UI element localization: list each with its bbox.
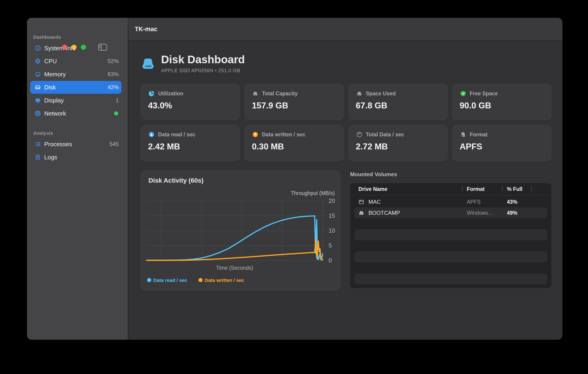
drive-fill-icon: [358, 209, 365, 216]
cpu-icon: [34, 58, 41, 65]
volume-row-mac[interactable]: MAC APFS 43%: [354, 196, 547, 208]
minimize-window-button[interactable]: [72, 45, 76, 50]
stat-card-value: 90.0 GB: [460, 101, 544, 110]
sidebar-item-label: Memory: [44, 71, 108, 78]
sidebar-item-label: Disk: [44, 84, 108, 91]
window-controls: [62, 45, 86, 50]
disk-activity-chart-svg: Disk Activity (60s)Throughput (MB/s)0510…: [141, 171, 340, 290]
sidebar-item-badge: 52%: [108, 58, 119, 64]
page-title: Disk Dashboard: [161, 54, 245, 65]
sidebar-item-label: Processes: [44, 141, 110, 148]
sidebar-item-network[interactable]: Network: [30, 107, 121, 120]
stat-card-label: Free Space: [470, 91, 498, 97]
sidebar-item-cpu[interactable]: CPU52%: [30, 55, 121, 68]
zoom-window-button[interactable]: [81, 45, 86, 50]
volume-row-empty: [354, 218, 547, 229]
volume-row-bootcamp[interactable]: BOOTCAMP Windows… 49%: [354, 208, 547, 218]
chart-y-axis-label: Throughput (MB/s): [291, 190, 335, 196]
sidebar-item-disk[interactable]: Disk42%: [30, 81, 121, 94]
volumes-table: Drive NameFormat% Full MAC APFS 43% BOOT…: [350, 183, 551, 288]
stat-card-label: Space Used: [366, 91, 396, 97]
info-circle-icon: [34, 45, 41, 52]
sidebar: Dashboards System Info: [27, 18, 128, 340]
sidebar-item-memory[interactable]: Memory63%: [30, 68, 121, 81]
sidebar-item-logs[interactable]: Logs: [30, 151, 121, 164]
volume-row-empty: [354, 240, 547, 251]
chart-y-tick: 20: [329, 197, 335, 204]
legend-dot: [199, 278, 203, 282]
sidebar-item-badge: 1: [116, 97, 119, 104]
volume-name: BOOTCAMP: [368, 210, 400, 216]
chart-title: Disk Activity (60s): [148, 177, 203, 184]
chart-x-axis-label: Time (Seconds): [216, 265, 253, 271]
app-window: Dashboards System Info: [27, 18, 562, 340]
drive-fill-icon: [252, 90, 259, 97]
content: Disk Dashboard APPLE SSD AP0256N • 251.0…: [128, 41, 562, 340]
volume-row-empty: [354, 273, 547, 284]
mac-window-icon: [358, 198, 365, 205]
globe-icon: [34, 110, 41, 117]
stat-card-label: Total Data / sec: [366, 132, 404, 138]
stat-cards: Utilization 43.0% Total Capacity 157.9 G…: [141, 84, 551, 161]
volume-percent-full: 43%: [507, 199, 517, 205]
volumes-column-header-drive-name[interactable]: Drive Name: [358, 186, 388, 192]
sidebar-item-label: Logs: [44, 154, 119, 161]
stat-card-space-used: Space Used 67.8 GB: [349, 84, 448, 120]
chart-series-data-written-sec: [147, 238, 323, 260]
pie-icon: [148, 90, 155, 97]
stat-card-free-space: Free Space 90.0 GB: [452, 84, 551, 120]
stat-card-data-read-sec: Data read / sec 2.42 MB: [141, 125, 240, 161]
stat-card-value: 43.0%: [148, 101, 233, 110]
chart-y-tick: 5: [329, 242, 332, 249]
arrow-up-circle-icon: [252, 131, 259, 138]
mounted-volumes-heading: Mounted Volumes: [350, 171, 551, 178]
stat-card-total-capacity: Total Capacity 157.9 GB: [245, 84, 344, 120]
volumes-column-header-full[interactable]: % Full: [507, 186, 523, 192]
legend-label: Data read / sec: [153, 278, 188, 283]
stat-card-label: Format: [470, 132, 488, 138]
gauge-icon: [356, 131, 363, 138]
disk-activity-chart: Disk Activity (60s)Throughput (MB/s)0510…: [141, 170, 340, 290]
sidebar-item-label: CPU: [44, 58, 108, 65]
volume-format: APFS: [467, 199, 481, 205]
arrow-down-circle-icon: [148, 131, 155, 138]
stat-card-label: Data read / sec: [158, 132, 195, 138]
close-window-button[interactable]: [62, 45, 67, 50]
disk-drive-icon: [141, 58, 155, 70]
list-bullet-icon: [34, 141, 41, 148]
sidebar-item-processes[interactable]: Processes545: [30, 138, 121, 151]
sidebar-item-badge: 63%: [108, 71, 119, 77]
sidebar-item-label: Display: [44, 97, 116, 104]
stat-card-label: Data written / sec: [262, 132, 305, 138]
stat-card-value: 67.8 GB: [356, 101, 441, 110]
mounted-volumes-section: Mounted Volumes Drive NameFormat% Full M…: [350, 170, 551, 290]
sidebar-section-analysis: Analysis Processes545 Logs: [27, 130, 128, 164]
stat-card-label: Utilization: [158, 91, 183, 97]
doc-text-icon: [34, 154, 41, 161]
volume-percent-full: 49%: [507, 210, 517, 216]
titlebar: TK-mac: [128, 18, 562, 41]
sidebar-item-badge: 545: [110, 141, 119, 147]
sidebar-item-badge: 42%: [108, 84, 119, 91]
volume-name: MAC: [368, 199, 381, 205]
stat-card-value: 2.42 MB: [148, 142, 233, 151]
chart-y-tick: 15: [329, 212, 335, 219]
display-icon: [34, 97, 41, 104]
chart-y-tick: 10: [329, 227, 335, 234]
sidebar-item-display[interactable]: Display1: [30, 94, 121, 107]
legend-label: Data written / sec: [205, 278, 244, 283]
disk-drive-icon: [141, 58, 155, 70]
stat-card-value: 0.30 MB: [252, 142, 336, 151]
main-area: TK-mac Disk Dashboard APPLE SSD AP0256N …: [128, 18, 562, 340]
stat-card-data-written-sec: Data written / sec 0.30 MB: [245, 125, 344, 161]
sidebar-section-label: Dashboards: [33, 34, 128, 40]
sidebar-section-label: Analysis: [33, 130, 128, 136]
volumes-table-header: Drive NameFormat% Full: [350, 183, 551, 195]
network-status-dot: [114, 111, 118, 115]
sidebar-toggle-button[interactable]: [98, 44, 107, 51]
memory-icon: [34, 71, 41, 78]
volumes-column-header-format[interactable]: Format: [467, 186, 485, 192]
stat-card-value: APFS: [460, 142, 544, 151]
doc-gear-icon: [460, 131, 467, 138]
stat-card-total-data-sec: Total Data / sec 2.72 MB: [349, 125, 448, 161]
